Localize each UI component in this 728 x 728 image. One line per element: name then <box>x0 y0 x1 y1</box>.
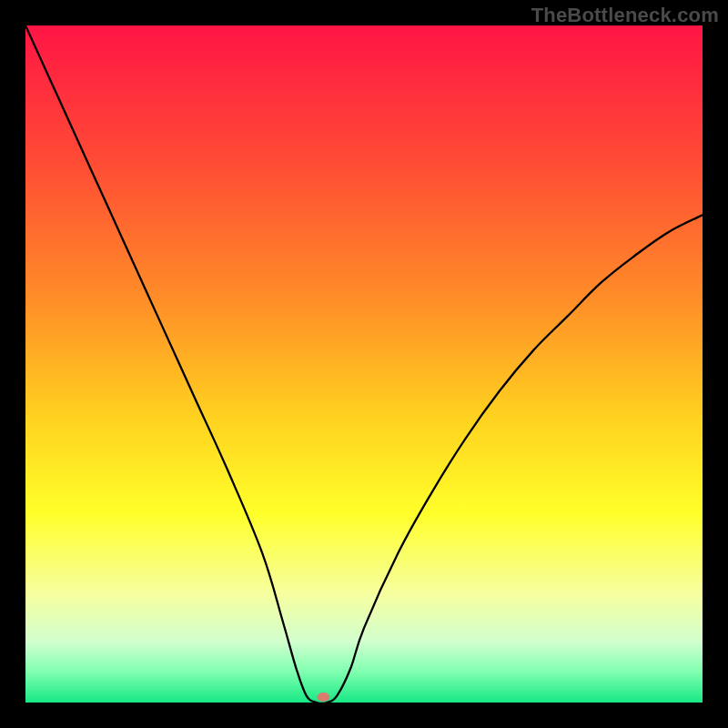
gradient-background <box>25 25 703 703</box>
chart-svg <box>25 25 703 703</box>
watermark-text: TheBottleneck.com <box>531 4 719 27</box>
chart-container: TheBottleneck.com <box>0 0 728 728</box>
plot-area <box>25 25 703 703</box>
optimum-marker <box>317 693 329 702</box>
